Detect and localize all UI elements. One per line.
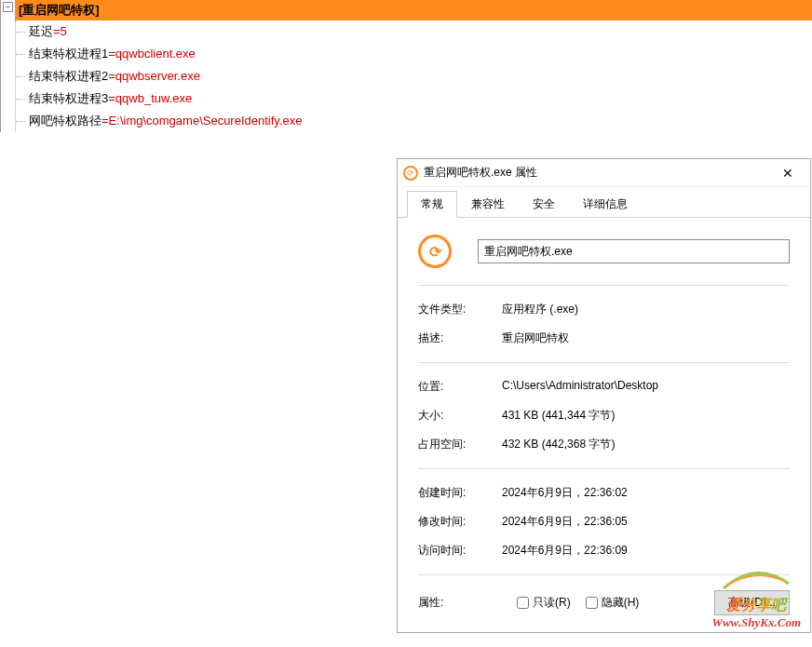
ini-line[interactable]: 网吧特权路径=E:\img\comgame\SecureIdentify.exe <box>29 110 812 132</box>
tab-general[interactable]: 常规 <box>407 191 457 218</box>
app-icon: ⟳ <box>403 166 418 181</box>
readonly-label: 只读(R) <box>533 595 571 611</box>
location-label: 位置: <box>418 379 502 395</box>
ini-section-header[interactable]: [重启网吧特权] <box>15 0 812 20</box>
ini-line[interactable]: 结束特权进程2=qqwbserver.exe <box>29 65 812 88</box>
properties-dialog: ⟳ 重启网吧特权.exe 属性 ✕ 常规 兼容性 安全 详细信息 ⟳ 文件类型:… <box>397 158 811 633</box>
divider <box>418 362 790 363</box>
prop-filetype: 文件类型: 应用程序 (.exe) <box>418 295 790 324</box>
desc-label: 描述: <box>418 330 502 346</box>
tabs-bar: 常规 兼容性 安全 详细信息 <box>398 187 810 218</box>
ini-line[interactable]: 延迟=5 <box>29 20 812 43</box>
divider <box>418 468 790 469</box>
hidden-label: 隐藏(H) <box>602 595 640 611</box>
disk-value: 432 KB (442,368 字节) <box>502 437 790 452</box>
filename-input[interactable] <box>478 239 790 263</box>
filetype-label: 文件类型: <box>418 302 502 317</box>
prop-created: 创建时间: 2024年6月9日，22:36:02 <box>418 479 790 507</box>
dialog-title: 重启网吧特权.exe 属性 <box>424 165 771 181</box>
readonly-input[interactable] <box>517 597 529 609</box>
prop-modified: 修改时间: 2024年6月9日，22:36:05 <box>418 507 790 536</box>
divider <box>418 285 790 286</box>
divider <box>418 574 790 575</box>
created-label: 创建时间: <box>418 485 502 501</box>
tab-security[interactable]: 安全 <box>519 191 569 217</box>
prop-size: 大小: 431 KB (441,344 字节) <box>418 401 790 430</box>
ini-lines-container: 延迟=5 结束特权进程1=qqwbclient.exe 结束特权进程2=qqwb… <box>15 20 812 132</box>
advanced-button[interactable]: 高级(D)... <box>714 590 790 615</box>
prop-accessed: 访问时间: 2024年6月9日，22:36:09 <box>418 536 790 565</box>
created-value: 2024年6月9日，22:36:02 <box>502 485 790 501</box>
hidden-checkbox[interactable]: 隐藏(H) <box>586 595 640 611</box>
prop-location: 位置: C:\Users\Administrator\Desktop <box>418 372 790 401</box>
prop-description: 描述: 重启网吧特权 <box>418 324 790 353</box>
location-value: C:\Users\Administrator\Desktop <box>502 379 790 395</box>
ini-line[interactable]: 结束特权进程3=qqwb_tuw.exe <box>29 88 812 110</box>
ini-line[interactable]: 结束特权进程1=qqwbclient.exe <box>29 43 812 65</box>
modified-value: 2024年6月9日，22:36:05 <box>502 514 790 530</box>
ini-editor-panel: − [重启网吧特权] 延迟=5 结束特权进程1=qqwbclient.exe 结… <box>0 0 812 132</box>
tab-details[interactable]: 详细信息 <box>569 191 642 217</box>
prop-disk: 占用空间: 432 KB (442,368 字节) <box>418 430 790 459</box>
titlebar[interactable]: ⟳ 重启网吧特权.exe 属性 ✕ <box>398 159 810 187</box>
disk-label: 占用空间: <box>418 437 502 452</box>
attr-label: 属性: <box>418 595 502 611</box>
accessed-value: 2024年6月9日，22:36:09 <box>502 543 790 559</box>
prop-attributes: 属性: 只读(R) 隐藏(H) 高级(D)... <box>418 585 790 621</box>
hidden-input[interactable] <box>586 597 598 609</box>
close-icon: ✕ <box>782 166 793 181</box>
readonly-checkbox[interactable]: 只读(R) <box>517 595 571 611</box>
file-icon: ⟳ <box>418 235 452 268</box>
accessed-label: 访问时间: <box>418 543 502 559</box>
tab-compatibility[interactable]: 兼容性 <box>457 191 519 217</box>
collapse-icon[interactable]: − <box>3 2 13 12</box>
dialog-body: ⟳ 文件类型: 应用程序 (.exe) 描述: 重启网吧特权 位置: C:\Us… <box>398 218 810 632</box>
modified-label: 修改时间: <box>418 514 502 530</box>
desc-value: 重启网吧特权 <box>502 330 790 346</box>
size-value: 431 KB (441,344 字节) <box>502 408 790 424</box>
filetype-value: 应用程序 (.exe) <box>502 302 790 317</box>
size-label: 大小: <box>418 408 502 424</box>
close-button[interactable]: ✕ <box>771 160 805 186</box>
